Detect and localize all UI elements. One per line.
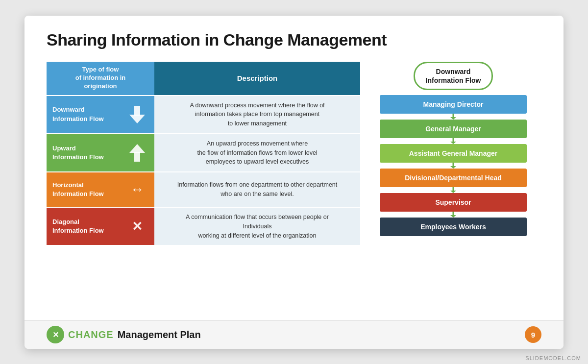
footer-page-number: 9 <box>525 326 541 343</box>
connector-5 <box>448 212 458 218</box>
slide-content: Sharing Information in Change Management… <box>24 16 564 320</box>
row-label-horizontal: HorizontalInformation Flow ↔ <box>47 172 154 207</box>
lr-arrow-icon: ↔ <box>126 178 148 201</box>
row-desc-downward: A downward process movement where the fl… <box>154 96 360 133</box>
hierarchy-employees-workers: Employees Workers <box>380 218 527 236</box>
up-arrow-icon <box>126 142 148 164</box>
brand-change-label: CHANGE <box>68 329 114 340</box>
arrow-down-shape <box>129 106 145 123</box>
col2-header: Description <box>154 62 360 95</box>
hierarchy-managing-director: Managing Director <box>380 95 527 114</box>
main-area: Type of flowof information inorigination… <box>47 62 541 311</box>
x-shape: ✕ <box>132 218 143 235</box>
hierarchy-divisional-head: Divisional/Departmental Head <box>380 169 527 187</box>
hierarchy-supervisor: Supervisor <box>380 193 527 212</box>
table-row: HorizontalInformation Flow ↔ Information… <box>47 171 360 207</box>
hierarchy-section: DownwardInformation Flow Managing Direct… <box>380 62 527 311</box>
connector-3 <box>448 163 458 169</box>
brand-rest-label: Management Plan <box>118 329 201 340</box>
row-label-diagonal: DiagonalInformation Flow ✕ <box>47 208 154 245</box>
label-text-horizontal: HorizontalInformation Flow <box>52 181 126 198</box>
lr-arrow-shape: ↔ <box>130 180 144 199</box>
hierarchy-title: DownwardInformation Flow <box>414 62 493 90</box>
label-text-diagonal: DiagonalInformation Flow <box>52 218 126 235</box>
info-table: Type of flowof information inorigination… <box>47 62 360 311</box>
slide-footer: ✕ CHANGE Management Plan 9 <box>24 320 564 349</box>
row-desc-horizontal: Information flows from one department to… <box>154 172 360 207</box>
label-text-upward: UpwardInformation Flow <box>52 144 126 162</box>
col1-header: Type of flowof information inorigination <box>47 62 154 95</box>
slidemodel-credit: SLIDEMODEL.COM <box>525 355 581 361</box>
table-row: DownwardInformation Flow A downward proc… <box>47 95 360 133</box>
row-desc-upward: An upward process movement wherethe flow… <box>154 134 360 171</box>
hierarchy-items: Managing Director General Manager Assist… <box>380 95 527 236</box>
slide-title: Sharing Information in Change Management <box>47 30 541 49</box>
footer-brand: ✕ CHANGE Management Plan <box>47 326 201 343</box>
brand-logo-icon: ✕ <box>47 326 64 343</box>
table-row: UpwardInformation Flow An upward process… <box>47 133 360 171</box>
hierarchy-general-manager: General Manager <box>380 120 527 138</box>
table-row: DiagonalInformation Flow ✕ A communicati… <box>47 207 360 245</box>
connector-1 <box>448 114 458 120</box>
connector-4 <box>448 187 458 193</box>
row-label-upward: UpwardInformation Flow <box>47 134 154 171</box>
slide: Sharing Information in Change Management… <box>24 16 564 349</box>
arrow-up-shape <box>129 144 145 162</box>
row-label-downward: DownwardInformation Flow <box>47 96 154 133</box>
connector-2 <box>448 138 458 144</box>
label-text-downward: DownwardInformation Flow <box>52 105 126 123</box>
row-desc-diagonal: A communication flow that occurs between… <box>154 208 360 245</box>
x-arrow-icon: ✕ <box>126 215 148 238</box>
hierarchy-asst-general-manager: Assistant General Manager <box>380 144 527 163</box>
table-header-row: Type of flowof information inorigination… <box>47 62 360 95</box>
down-arrow-icon <box>126 103 148 126</box>
